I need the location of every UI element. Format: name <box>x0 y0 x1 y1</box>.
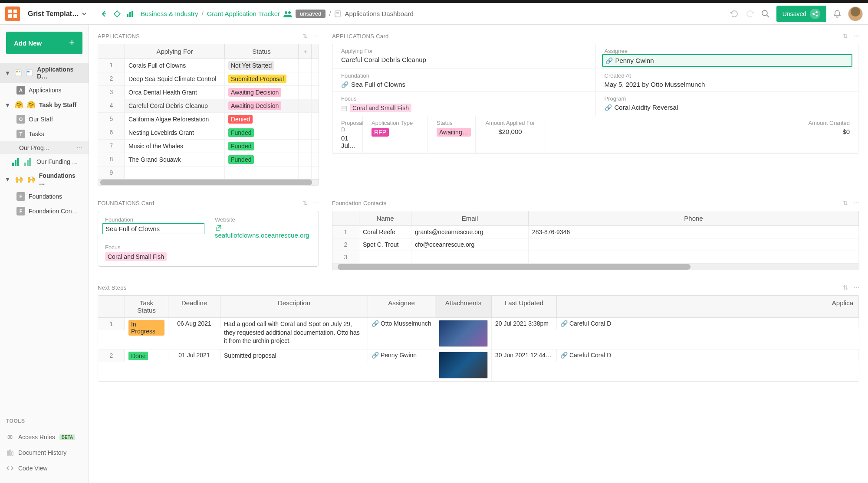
breadcrumb-workspace[interactable]: Business & Industry <box>141 10 198 17</box>
deadline-cell[interactable]: 01 Jul 2021 <box>168 349 220 361</box>
assignee-cell[interactable]: 🔗 Penny Gwinn <box>368 349 435 361</box>
table-row[interactable]: 4 Careful Coral Debris Cleanup Awaiting … <box>98 99 319 113</box>
status-cell[interactable]: Funded <box>225 126 299 139</box>
more-icon[interactable]: ⋯ <box>313 199 319 206</box>
table-row[interactable]: 3 <box>332 251 859 264</box>
tool-access-rules[interactable]: Access Rules BETA <box>6 429 82 445</box>
foundation-name-value[interactable]: Sea Full of Clowns <box>102 223 204 234</box>
sidebar-item-our-programs[interactable]: Our Prog… ⋯ <box>0 141 89 154</box>
col-status[interactable]: Status <box>225 44 299 59</box>
tool-document-history[interactable]: Document History <box>6 445 82 460</box>
breadcrumb-document[interactable]: Grant Application Tracker <box>207 10 280 17</box>
more-icon[interactable]: ⋯ <box>76 144 82 151</box>
name-cell[interactable]: Spot C. Trout <box>359 238 411 251</box>
search-icon[interactable] <box>761 9 770 19</box>
applying-for-cell[interactable] <box>125 166 225 179</box>
user-avatar[interactable] <box>848 7 863 21</box>
more-icon[interactable]: ⋯ <box>853 33 859 39</box>
name-cell[interactable] <box>359 251 411 263</box>
tool-code-view[interactable]: Code View <box>6 460 82 476</box>
table-row[interactable]: 6 Nesting Lovebirds Grant Funded <box>98 126 319 140</box>
sidebar-item-applications-dashboard[interactable]: ▾ Applications D… <box>0 63 89 83</box>
attachment-thumbnail[interactable] <box>439 320 488 347</box>
task-status-cell[interactable]: In Progress <box>125 318 168 338</box>
application-cell[interactable]: 🔗 Careful Coral D <box>557 349 859 361</box>
last-updated-cell[interactable]: 20 Jul 2021 3:38pm <box>492 318 557 329</box>
phone-cell[interactable] <box>529 238 859 251</box>
applying-for-cell[interactable]: Orca Dental Health Grant <box>125 86 225 99</box>
program-value[interactable]: 🔗Coral Acidity Reversal <box>605 104 850 111</box>
proposal-date-value[interactable]: 01 Jul… <box>341 134 354 149</box>
table-row[interactable]: 2 Done 01 Jul 2021 Submitted proposal 🔗 … <box>98 349 859 381</box>
diamond-icon[interactable] <box>113 10 122 18</box>
more-icon[interactable]: ⋯ <box>853 199 859 206</box>
sidebar-item-foundation-contacts[interactable]: F Foundation Con… <box>0 204 89 219</box>
col-last-updated[interactable]: Last Updated <box>492 296 557 317</box>
col-applying-for[interactable]: Applying For <box>125 44 225 59</box>
applying-for-cell[interactable]: Deep Sea Squid Climate Control <box>125 72 225 85</box>
table-row[interactable]: 2 Spot C. Trout cfo@oceanrescue.org <box>332 238 859 251</box>
description-cell[interactable]: Submitted proposal <box>220 349 368 362</box>
sidebar-item-our-funding[interactable]: Our Funding … <box>0 154 89 169</box>
name-cell[interactable]: Coral Reefe <box>359 226 411 238</box>
back-icon[interactable] <box>100 10 108 18</box>
status-cell[interactable]: Denied <box>225 113 299 126</box>
attachments-cell[interactable] <box>435 349 492 381</box>
col-email[interactable]: Email <box>411 211 529 225</box>
sidebar-item-foundations[interactable]: F Foundations <box>0 189 89 204</box>
status-cell[interactable] <box>225 166 299 179</box>
more-icon[interactable]: ⋯ <box>853 284 859 291</box>
sidebar-item-task-by-staff[interactable]: ▾ 🤗 🤗 Task by Staff <box>0 98 89 112</box>
applying-for-cell[interactable]: The Grand Squawk <box>125 153 225 166</box>
add-column-button[interactable]: + <box>299 44 312 59</box>
col-task-status[interactable]: Task Status <box>125 296 168 317</box>
application-cell[interactable]: 🔗 Careful Coral D <box>557 318 859 329</box>
applying-for-cell[interactable]: Corals Full of Clowns <box>125 59 225 72</box>
phone-cell[interactable]: 283-876-9346 <box>529 226 859 238</box>
col-description[interactable]: Description <box>220 296 368 317</box>
undo-icon[interactable] <box>730 9 739 19</box>
status-cell[interactable]: Awaiting Decision <box>225 99 299 112</box>
unsaved-button[interactable]: Unsaved <box>776 6 826 22</box>
col-attachments[interactable]: Attachments <box>435 296 492 317</box>
description-cell[interactable]: Had a good call with Coral and Spot on J… <box>220 318 368 348</box>
status-cell[interactable]: Submitted Proposal <box>225 72 299 85</box>
deadline-cell[interactable]: 06 Aug 2021 <box>168 318 220 329</box>
status-cell[interactable]: Funded <box>225 140 299 153</box>
sidebar-item-our-staff[interactable]: O Our Staff <box>0 112 89 127</box>
add-new-button[interactable]: Add New + <box>6 32 82 54</box>
status-cell[interactable]: Awaiting Decision <box>225 86 299 99</box>
col-phone[interactable]: Phone <box>529 211 859 225</box>
bell-icon[interactable] <box>832 9 842 19</box>
applying-for-cell[interactable]: California Algae Reforestation <box>125 113 225 126</box>
col-application[interactable]: Applica <box>557 296 859 317</box>
assignee-cell[interactable]: 🔗 Otto Musselmunch <box>368 318 435 329</box>
focus-value[interactable]: ▤Coral and Small Fish <box>341 104 587 112</box>
more-icon[interactable]: ⋯ <box>313 33 319 39</box>
applying-for-value[interactable]: Careful Coral Debris Cleanup <box>341 56 587 63</box>
redo-icon[interactable] <box>745 9 755 19</box>
foundation-value[interactable]: 🔗Sea Full of Clowns <box>341 81 587 88</box>
workspace-selector[interactable]: Grist Templat… <box>23 8 91 20</box>
sidebar-item-tasks[interactable]: T Tasks <box>0 127 89 141</box>
table-row[interactable]: 2 Deep Sea Squid Climate Control Submitt… <box>98 72 319 86</box>
filter-icon[interactable]: ⇅ <box>302 199 308 206</box>
filter-icon[interactable]: ⇅ <box>843 33 848 39</box>
table-row[interactable]: 5 California Algae Reforestation Denied <box>98 113 319 126</box>
amount-applied-value[interactable]: $20,000 <box>484 128 536 135</box>
email-cell[interactable] <box>411 251 529 263</box>
applying-for-cell[interactable]: Nesting Lovebirds Grant <box>125 126 225 139</box>
table-row[interactable]: 1 In Progress 06 Aug 2021 Had a good cal… <box>98 318 859 349</box>
col-name[interactable]: Name <box>359 211 411 225</box>
created-value[interactable]: May 5, 2021 by Otto Musselmunch <box>605 81 850 88</box>
task-status-cell[interactable]: Done <box>125 349 168 362</box>
attachments-cell[interactable] <box>435 318 492 349</box>
email-cell[interactable]: cfo@oceanrescue.org <box>411 238 529 251</box>
assignee-value[interactable]: 🔗Penny Gwinn <box>602 54 853 67</box>
applying-for-cell[interactable]: Music of the Whales <box>125 140 225 153</box>
phone-cell[interactable] <box>529 251 859 263</box>
website-value[interactable]: seafullofclowns.oceanrescue.org <box>215 232 312 239</box>
table-row[interactable]: 8 The Grand Squawk Funded <box>98 153 319 166</box>
focus-value[interactable]: Coral and Small Fish <box>105 252 312 261</box>
status-value[interactable]: Awaiting… <box>437 128 467 137</box>
